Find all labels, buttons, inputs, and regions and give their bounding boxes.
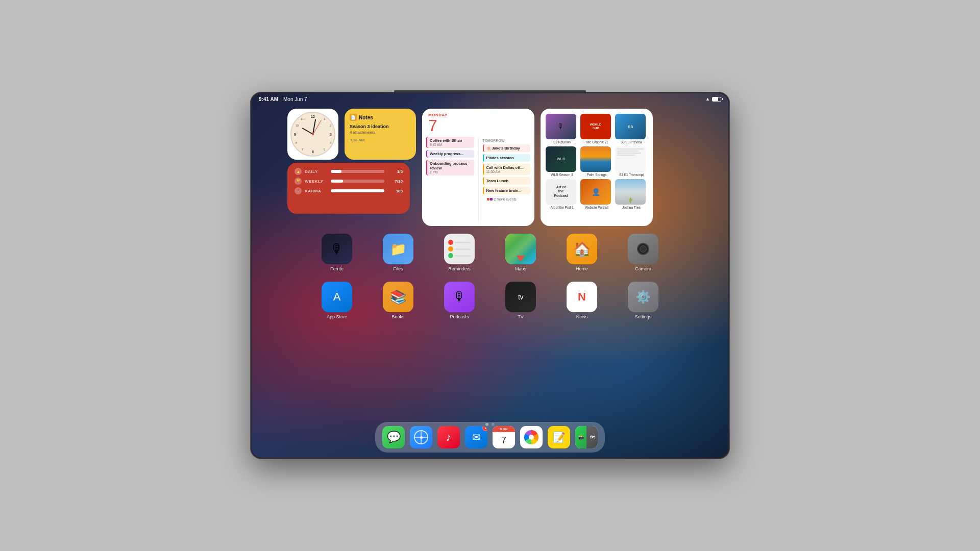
photo-item-s3preview: S3 S3 E3 Preview xyxy=(615,114,648,144)
app-home-label: Home xyxy=(576,266,588,271)
dock-safari[interactable] xyxy=(410,426,432,448)
battery-icon xyxy=(712,97,721,102)
app-settings-label: Settings xyxy=(635,314,652,319)
photo-item-title-graphic: WORLDCUP Title Graphic v1 xyxy=(580,114,613,144)
dock-freeform[interactable]: 📸 🗺 xyxy=(575,426,598,448)
battery-fill xyxy=(713,97,718,101)
app-files[interactable]: 📁 Files xyxy=(383,234,413,271)
app-home[interactable]: 🏠 Home xyxy=(567,234,597,271)
app-camera[interactable]: Camera xyxy=(628,234,658,271)
app-rows: 🎙 Ferrite 📁 Files xyxy=(252,234,728,319)
app-appletv-label: TV xyxy=(518,314,524,319)
app-news-label: News xyxy=(576,314,588,319)
cal-event-dallas: Call with Dallas off... 11:30 AM xyxy=(483,164,531,175)
notes-note-title: Season 3 ideation xyxy=(350,124,411,129)
app-maps[interactable]: Maps xyxy=(505,234,536,271)
app-files-label: Files xyxy=(393,266,403,271)
dock-calendar[interactable]: MON 7 xyxy=(493,426,515,448)
app-appstore[interactable]: A App Store xyxy=(322,282,352,319)
calendar-day-label: MONDAY xyxy=(428,113,528,117)
app-settings[interactable]: ⚙️ Settings xyxy=(628,282,658,319)
app-appletv[interactable]: tv TV xyxy=(505,282,536,319)
photo-item-palm-springs: Palm Springs xyxy=(580,146,613,177)
photos-widget[interactable]: 🎙 S2 Reunion WORLDCUP Title Graphic v1 S… xyxy=(541,109,653,226)
cal-event-weekly: Weekly progress... xyxy=(426,150,474,158)
cal-event-feature: New feature brain... xyxy=(483,187,531,194)
dock-messages[interactable]: 💬 xyxy=(382,426,405,448)
dock-photos[interactable] xyxy=(520,426,543,448)
clock-center xyxy=(312,133,314,135)
notes-icon: 📄 xyxy=(350,114,357,121)
app-reminders[interactable]: Reminders xyxy=(444,234,475,271)
calendar-date-num: 7 xyxy=(428,117,528,134)
app-ferrite-label: Ferrite xyxy=(330,266,344,271)
wifi-icon: ▲ xyxy=(705,96,710,102)
photo-item-joshua: 🌵 Joshua Tree xyxy=(615,179,648,210)
tomorrow-label: TOMORROW xyxy=(483,137,531,142)
mail-badge: 1 xyxy=(482,426,487,431)
status-time: 9:41 AM xyxy=(259,96,278,102)
app-row-2: A App Store 📚 Books 🎙 Podcasts xyxy=(322,282,658,319)
status-right: ▲ xyxy=(705,96,721,102)
top-bar xyxy=(394,90,586,92)
status-left: 9:41 AM Mon Jun 7 xyxy=(259,96,307,102)
app-camera-label: Camera xyxy=(635,266,651,271)
dock-notes[interactable]: 📝 xyxy=(548,426,570,448)
notes-widget-title: Notes xyxy=(359,115,373,120)
app-appstore-label: App Store xyxy=(327,314,347,319)
cal-event-birthday: 🎂 Jake's Birthday xyxy=(483,144,531,152)
app-books-label: Books xyxy=(391,314,404,319)
calendar-widget[interactable]: MONDAY 7 Coffee with Ethan 9:45 AM Weekl… xyxy=(422,109,534,226)
photo-item-wlb: WLB WLB Season 3 xyxy=(546,146,578,177)
notes-header: 📄 Notes xyxy=(350,114,411,121)
ipad-frame: 9:41 AM Mon Jun 7 ▲ 12 3 6 9 xyxy=(250,92,730,459)
notes-widget[interactable]: 📄 Notes Season 3 ideation 4 attachments … xyxy=(345,109,416,160)
cal-event-onboarding: Onboarding process review 2 PM xyxy=(426,160,474,176)
app-podcasts[interactable]: 🎙 Podcasts xyxy=(444,282,475,319)
notes-time: 9:38 AM xyxy=(350,138,411,142)
app-reminders-label: Reminders xyxy=(448,266,471,271)
dock-music[interactable]: ♪ xyxy=(437,426,460,448)
clock-face: 12 3 6 9 1 11 2 10 4 8 5 7 xyxy=(290,112,335,157)
status-bar: 9:41 AM Mon Jun 7 ▲ xyxy=(252,93,728,105)
dock: 💬 ♪ ✉ 1 MON xyxy=(375,422,605,453)
app-maps-label: Maps xyxy=(515,266,526,271)
cal-event-lunch: Team Lunch xyxy=(483,177,531,185)
photos-grid: 🎙 S2 Reunion WORLDCUP Title Graphic v1 S… xyxy=(546,114,648,209)
calendar-body: Coffee with Ethan 9:45 AM Weekly progres… xyxy=(422,137,534,223)
app-podcasts-label: Podcasts xyxy=(450,314,469,319)
dock-mail[interactable]: ✉ 1 xyxy=(465,426,487,448)
calendar-header: MONDAY 7 xyxy=(422,109,534,137)
app-books[interactable]: 📚 Books xyxy=(383,282,413,319)
clock-widget[interactable]: 12 3 6 9 1 11 2 10 4 8 5 7 xyxy=(287,109,338,160)
cal-event-pilates: Pilates session xyxy=(483,154,531,162)
notes-note-sub: 4 attachments xyxy=(350,130,411,135)
photo-item-website: 👤 Website Portrait xyxy=(580,179,613,210)
calendar-today: Coffee with Ethan 9:45 AM Weekly progres… xyxy=(422,137,479,223)
cal-event-coffee: Coffee with Ethan 9:45 AM xyxy=(426,137,474,148)
ipad-screen: 9:41 AM Mon Jun 7 ▲ 12 3 6 9 xyxy=(252,93,728,458)
app-row-1: 🎙 Ferrite 📁 Files xyxy=(322,234,658,271)
photo-item-art-pod: Art ofthePodcast Art of the Pod 1 xyxy=(546,179,578,210)
app-news[interactable]: N News xyxy=(567,282,597,319)
calendar-tomorrow: TOMORROW 🎂 Jake's Birthday Pilates sessi… xyxy=(479,137,535,223)
photo-item-s3transcript: S3 E1 Transcript xyxy=(615,146,648,177)
cal-more-events: 2 more events xyxy=(483,196,531,202)
app-ferrite[interactable]: 🎙 Ferrite xyxy=(322,234,352,271)
photo-item-s2reunion: 🎙 S2 Reunion xyxy=(546,114,578,144)
widgets-row1: 12 3 6 9 1 11 2 10 4 8 5 7 xyxy=(287,109,693,226)
status-date: Mon Jun 7 xyxy=(283,96,307,102)
